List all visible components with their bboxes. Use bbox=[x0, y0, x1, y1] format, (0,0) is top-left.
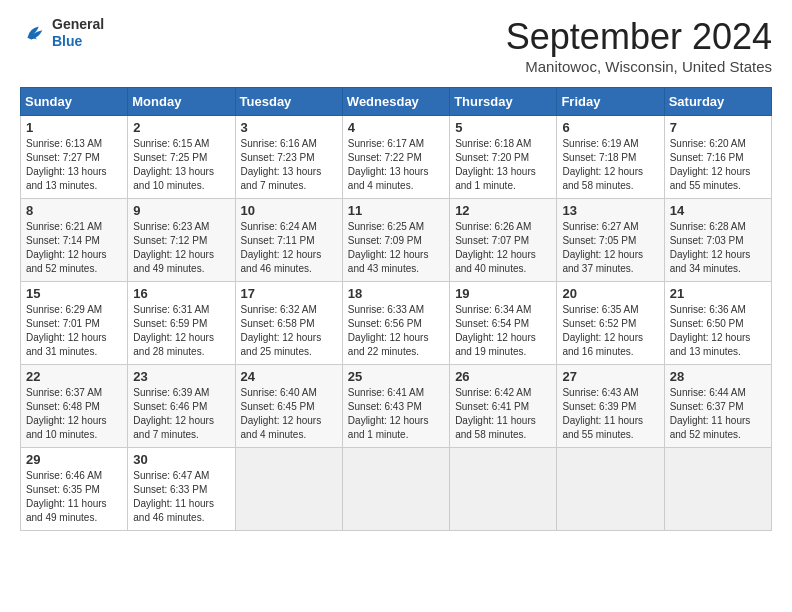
calendar-header-row: SundayMondayTuesdayWednesdayThursdayFrid… bbox=[21, 88, 772, 116]
sunrise-label: Sunrise: 6:36 AM bbox=[670, 304, 746, 315]
calendar-cell: 10 Sunrise: 6:24 AM Sunset: 7:11 PM Dayl… bbox=[235, 199, 342, 282]
sunrise-label: Sunrise: 6:34 AM bbox=[455, 304, 531, 315]
calendar-cell: 22 Sunrise: 6:37 AM Sunset: 6:48 PM Dayl… bbox=[21, 365, 128, 448]
logo-bird-icon bbox=[20, 19, 48, 47]
day-number: 6 bbox=[562, 120, 658, 135]
calendar-cell: 23 Sunrise: 6:39 AM Sunset: 6:46 PM Dayl… bbox=[128, 365, 235, 448]
sunset-label: Sunset: 6:54 PM bbox=[455, 318, 529, 329]
sunrise-label: Sunrise: 6:25 AM bbox=[348, 221, 424, 232]
daylight-label: Daylight: 12 hours and 10 minutes. bbox=[26, 415, 107, 440]
daylight-label: Daylight: 11 hours and 52 minutes. bbox=[670, 415, 751, 440]
sunset-label: Sunset: 6:52 PM bbox=[562, 318, 636, 329]
sunset-label: Sunset: 6:35 PM bbox=[26, 484, 100, 495]
sunrise-label: Sunrise: 6:46 AM bbox=[26, 470, 102, 481]
sunrise-label: Sunrise: 6:37 AM bbox=[26, 387, 102, 398]
day-number: 12 bbox=[455, 203, 551, 218]
day-number: 11 bbox=[348, 203, 444, 218]
daylight-label: Daylight: 12 hours and 1 minute. bbox=[348, 415, 429, 440]
header-tuesday: Tuesday bbox=[235, 88, 342, 116]
day-number: 8 bbox=[26, 203, 122, 218]
sunrise-label: Sunrise: 6:17 AM bbox=[348, 138, 424, 149]
sunrise-label: Sunrise: 6:24 AM bbox=[241, 221, 317, 232]
calendar-cell: 28 Sunrise: 6:44 AM Sunset: 6:37 PM Dayl… bbox=[664, 365, 771, 448]
sunset-label: Sunset: 6:37 PM bbox=[670, 401, 744, 412]
sunset-label: Sunset: 6:58 PM bbox=[241, 318, 315, 329]
day-info: Sunrise: 6:23 AM Sunset: 7:12 PM Dayligh… bbox=[133, 220, 229, 276]
day-info: Sunrise: 6:35 AM Sunset: 6:52 PM Dayligh… bbox=[562, 303, 658, 359]
daylight-label: Daylight: 11 hours and 49 minutes. bbox=[26, 498, 107, 523]
daylight-label: Daylight: 12 hours and 46 minutes. bbox=[241, 249, 322, 274]
day-number: 21 bbox=[670, 286, 766, 301]
day-info: Sunrise: 6:33 AM Sunset: 6:56 PM Dayligh… bbox=[348, 303, 444, 359]
calendar-cell: 7 Sunrise: 6:20 AM Sunset: 7:16 PM Dayli… bbox=[664, 116, 771, 199]
day-info: Sunrise: 6:26 AM Sunset: 7:07 PM Dayligh… bbox=[455, 220, 551, 276]
sunset-label: Sunset: 7:23 PM bbox=[241, 152, 315, 163]
calendar-cell: 21 Sunrise: 6:36 AM Sunset: 6:50 PM Dayl… bbox=[664, 282, 771, 365]
sunset-label: Sunset: 7:25 PM bbox=[133, 152, 207, 163]
calendar-cell: 24 Sunrise: 6:40 AM Sunset: 6:45 PM Dayl… bbox=[235, 365, 342, 448]
sunset-label: Sunset: 6:59 PM bbox=[133, 318, 207, 329]
location-subtitle: Manitowoc, Wisconsin, United States bbox=[506, 58, 772, 75]
sunrise-label: Sunrise: 6:23 AM bbox=[133, 221, 209, 232]
day-info: Sunrise: 6:46 AM Sunset: 6:35 PM Dayligh… bbox=[26, 469, 122, 525]
day-info: Sunrise: 6:28 AM Sunset: 7:03 PM Dayligh… bbox=[670, 220, 766, 276]
logo-blue: Blue bbox=[52, 33, 104, 50]
calendar-cell bbox=[235, 448, 342, 531]
calendar-cell: 8 Sunrise: 6:21 AM Sunset: 7:14 PM Dayli… bbox=[21, 199, 128, 282]
calendar-cell bbox=[450, 448, 557, 531]
daylight-label: Daylight: 12 hours and 13 minutes. bbox=[670, 332, 751, 357]
calendar-cell: 5 Sunrise: 6:18 AM Sunset: 7:20 PM Dayli… bbox=[450, 116, 557, 199]
day-info: Sunrise: 6:42 AM Sunset: 6:41 PM Dayligh… bbox=[455, 386, 551, 442]
daylight-label: Daylight: 13 hours and 10 minutes. bbox=[133, 166, 214, 191]
sunset-label: Sunset: 7:16 PM bbox=[670, 152, 744, 163]
sunset-label: Sunset: 7:14 PM bbox=[26, 235, 100, 246]
daylight-label: Daylight: 13 hours and 4 minutes. bbox=[348, 166, 429, 191]
sunset-label: Sunset: 6:46 PM bbox=[133, 401, 207, 412]
day-number: 10 bbox=[241, 203, 337, 218]
sunrise-label: Sunrise: 6:31 AM bbox=[133, 304, 209, 315]
sunrise-label: Sunrise: 6:47 AM bbox=[133, 470, 209, 481]
daylight-label: Daylight: 11 hours and 55 minutes. bbox=[562, 415, 643, 440]
calendar-cell: 13 Sunrise: 6:27 AM Sunset: 7:05 PM Dayl… bbox=[557, 199, 664, 282]
day-number: 9 bbox=[133, 203, 229, 218]
day-number: 14 bbox=[670, 203, 766, 218]
header-thursday: Thursday bbox=[450, 88, 557, 116]
sunset-label: Sunset: 6:50 PM bbox=[670, 318, 744, 329]
day-info: Sunrise: 6:36 AM Sunset: 6:50 PM Dayligh… bbox=[670, 303, 766, 359]
logo-general: General bbox=[52, 16, 104, 33]
day-info: Sunrise: 6:47 AM Sunset: 6:33 PM Dayligh… bbox=[133, 469, 229, 525]
day-info: Sunrise: 6:43 AM Sunset: 6:39 PM Dayligh… bbox=[562, 386, 658, 442]
sunset-label: Sunset: 6:41 PM bbox=[455, 401, 529, 412]
day-number: 5 bbox=[455, 120, 551, 135]
sunset-label: Sunset: 7:11 PM bbox=[241, 235, 315, 246]
header-saturday: Saturday bbox=[664, 88, 771, 116]
day-number: 4 bbox=[348, 120, 444, 135]
daylight-label: Daylight: 12 hours and 31 minutes. bbox=[26, 332, 107, 357]
sunrise-label: Sunrise: 6:16 AM bbox=[241, 138, 317, 149]
day-number: 2 bbox=[133, 120, 229, 135]
day-number: 15 bbox=[26, 286, 122, 301]
calendar-cell: 29 Sunrise: 6:46 AM Sunset: 6:35 PM Dayl… bbox=[21, 448, 128, 531]
day-info: Sunrise: 6:15 AM Sunset: 7:25 PM Dayligh… bbox=[133, 137, 229, 193]
sunset-label: Sunset: 7:18 PM bbox=[562, 152, 636, 163]
calendar-cell: 18 Sunrise: 6:33 AM Sunset: 6:56 PM Dayl… bbox=[342, 282, 449, 365]
sunset-label: Sunset: 6:48 PM bbox=[26, 401, 100, 412]
daylight-label: Daylight: 11 hours and 58 minutes. bbox=[455, 415, 536, 440]
page-header: General Blue September 2024 Manitowoc, W… bbox=[20, 16, 772, 75]
daylight-label: Daylight: 12 hours and 58 minutes. bbox=[562, 166, 643, 191]
calendar-cell: 19 Sunrise: 6:34 AM Sunset: 6:54 PM Dayl… bbox=[450, 282, 557, 365]
day-number: 7 bbox=[670, 120, 766, 135]
sunrise-label: Sunrise: 6:42 AM bbox=[455, 387, 531, 398]
sunset-label: Sunset: 7:12 PM bbox=[133, 235, 207, 246]
sunset-label: Sunset: 6:43 PM bbox=[348, 401, 422, 412]
daylight-label: Daylight: 11 hours and 46 minutes. bbox=[133, 498, 214, 523]
daylight-label: Daylight: 12 hours and 55 minutes. bbox=[670, 166, 751, 191]
calendar-week-row: 29 Sunrise: 6:46 AM Sunset: 6:35 PM Dayl… bbox=[21, 448, 772, 531]
calendar-cell: 9 Sunrise: 6:23 AM Sunset: 7:12 PM Dayli… bbox=[128, 199, 235, 282]
sunrise-label: Sunrise: 6:28 AM bbox=[670, 221, 746, 232]
calendar-cell: 15 Sunrise: 6:29 AM Sunset: 7:01 PM Dayl… bbox=[21, 282, 128, 365]
sunrise-label: Sunrise: 6:19 AM bbox=[562, 138, 638, 149]
daylight-label: Daylight: 12 hours and 43 minutes. bbox=[348, 249, 429, 274]
day-info: Sunrise: 6:24 AM Sunset: 7:11 PM Dayligh… bbox=[241, 220, 337, 276]
sunrise-label: Sunrise: 6:21 AM bbox=[26, 221, 102, 232]
